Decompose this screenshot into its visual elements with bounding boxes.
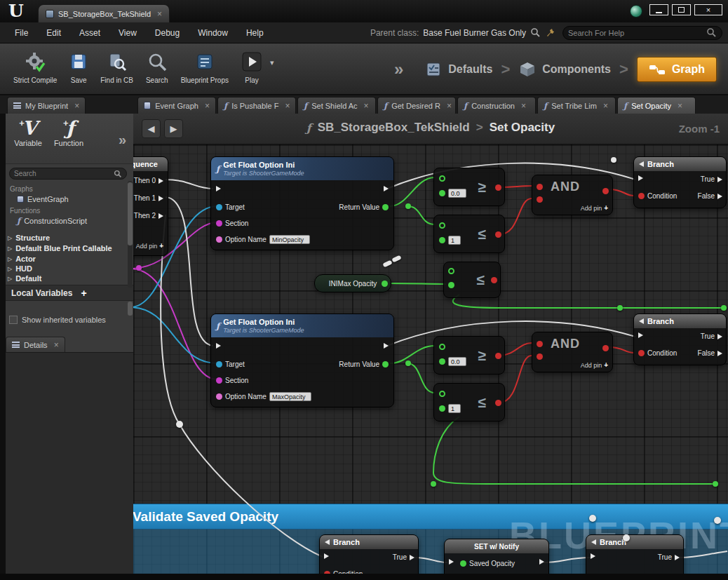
tab-set-opacity[interactable]: ƒ Set Opacity ×	[617, 97, 696, 114]
expand-icon[interactable]: ▷	[8, 266, 12, 272]
scrollbar-thumb[interactable]	[128, 182, 133, 245]
node-get-float-option-ini-max[interactable]: ƒ Get Float Option Ini Target is Shooter…	[210, 313, 394, 407]
exec-pin-icon[interactable]	[638, 175, 643, 181]
exec-out-pin[interactable]	[384, 186, 389, 191]
add-pin-button[interactable]: Add pin+	[581, 361, 608, 369]
float-pin-icon[interactable]	[439, 391, 445, 397]
string-pin-icon[interactable]	[216, 220, 222, 227]
string-pin-icon[interactable]	[216, 377, 222, 384]
bool-pin-icon[interactable]	[602, 188, 609, 194]
exec-pin-icon[interactable]	[159, 178, 163, 184]
exec-pin-icon[interactable]	[449, 559, 454, 565]
node-greater-equal-max[interactable]: ≥	[433, 336, 505, 375]
exec-pin-icon[interactable]	[384, 343, 389, 349]
help-search-input[interactable]	[568, 29, 706, 37]
reroute-node[interactable]	[176, 421, 183, 428]
pin-then0[interactable]: Then 0	[134, 177, 163, 184]
menu-debug[interactable]: Debug	[146, 28, 189, 38]
float-pin-icon[interactable]	[439, 190, 445, 196]
blueprint-props-button[interactable]: Blueprint Props	[175, 48, 235, 86]
node-get-float-option-ini-min[interactable]: ƒ Get Float Option Ini Target is Shooter…	[210, 156, 394, 250]
pin-section[interactable]: Section	[216, 220, 248, 227]
compile-button[interactable]: Strict Compile	[7, 48, 63, 86]
node-greater-equal-min[interactable]: ≥	[433, 168, 505, 206]
exec-pin-icon[interactable]	[539, 559, 544, 565]
option-name-input[interactable]	[269, 235, 310, 244]
mode-components[interactable]: Components	[518, 61, 611, 78]
close-icon[interactable]: ×	[678, 101, 682, 111]
pin-target[interactable]: Target	[216, 203, 245, 211]
bool-pin-icon[interactable]	[537, 196, 543, 203]
exec-pin-icon[interactable]	[410, 555, 414, 560]
exec-pin-icon[interactable]	[638, 332, 643, 338]
float-pin-icon[interactable]	[382, 361, 389, 367]
bool-pin-icon[interactable]	[602, 345, 609, 351]
reroute-node[interactable]	[589, 515, 596, 522]
exec-in-pin[interactable]	[324, 553, 329, 559]
bool-pin-icon[interactable]	[495, 184, 501, 191]
bool-pin-icon[interactable]	[638, 350, 645, 356]
tree-category-default[interactable]: ▷ Default	[8, 274, 41, 283]
float-pin-icon[interactable]	[439, 358, 445, 365]
exec-in-pin[interactable]	[638, 332, 643, 338]
value-input[interactable]	[448, 236, 461, 245]
maximize-button[interactable]	[672, 4, 691, 15]
close-icon[interactable]: ×	[157, 9, 162, 19]
tree-category-actor[interactable]: ▷ Actor	[8, 254, 36, 264]
float-pin-icon[interactable]	[439, 175, 445, 182]
tab-my-blueprint[interactable]: My Blueprint ×	[7, 97, 86, 114]
reroute-node[interactable]	[714, 517, 721, 524]
pin-condition[interactable]: Condition	[638, 192, 677, 200]
expand-icon[interactable]: ▷	[8, 276, 12, 282]
node-branch-bottom[interactable]: Branch True Condition False	[633, 313, 727, 365]
play-button[interactable]: Play	[235, 48, 269, 86]
bool-pin-icon[interactable]	[491, 277, 497, 283]
value-input[interactable]	[448, 404, 461, 413]
float-pin-icon[interactable]	[448, 268, 454, 274]
exec-in-pin[interactable]	[216, 343, 221, 349]
bool-pin-icon[interactable]	[537, 353, 543, 360]
mode-graph[interactable]: Graph	[637, 57, 717, 82]
tree-category-hud[interactable]: ▷ HUD	[8, 264, 32, 274]
expand-icon[interactable]: ▷	[8, 235, 12, 241]
bool-pin-icon[interactable]	[495, 231, 501, 238]
show-inherited-checkbox[interactable]	[9, 316, 18, 324]
close-icon[interactable]: ×	[603, 101, 608, 111]
nav-back-button[interactable]: ◀	[142, 119, 161, 138]
reroute-node[interactable]	[617, 305, 623, 311]
graph-canvas[interactable]: Validate Saved Opacity BLUEPRINT	[133, 144, 728, 574]
exec-pin-icon[interactable]	[717, 177, 722, 182]
close-icon[interactable]: ×	[364, 101, 369, 111]
mode-defaults[interactable]: Defaults	[426, 62, 492, 77]
float-pin-icon[interactable]	[439, 405, 445, 412]
nav-forward-button[interactable]: ▶	[164, 119, 183, 138]
name-pin-icon[interactable]	[216, 236, 222, 243]
add-pin-button[interactable]: Add pin+	[136, 242, 163, 250]
overflow-chevrons-icon[interactable]: »	[394, 60, 403, 79]
tree-item-constructionscript[interactable]: ƒ ConstructionScript	[17, 216, 87, 226]
reroute-node[interactable]	[713, 481, 718, 487]
tab-get-desired[interactable]: ƒ Get Desired R ×	[377, 97, 456, 114]
pin-target[interactable]: Target	[216, 360, 245, 368]
pin-then1[interactable]: Then 1	[134, 194, 163, 202]
bool-pin-icon[interactable]	[537, 341, 543, 347]
float-pin-icon[interactable]	[448, 282, 454, 288]
option-name-input[interactable]	[269, 392, 311, 401]
node-inimax-opacity[interactable]: INIMax Opacity	[314, 274, 391, 292]
overflow-chevrons-icon[interactable]: »	[119, 132, 126, 148]
expand-icon[interactable]: ▷	[8, 256, 12, 262]
exec-pin-icon[interactable]	[159, 213, 163, 219]
pin-then2[interactable]: Then 2	[134, 212, 163, 220]
menu-asset[interactable]: Asset	[70, 28, 109, 38]
exec-pin-icon[interactable]	[384, 186, 389, 191]
value-pin[interactable]	[439, 404, 461, 413]
tab-details[interactable]: Details ×	[6, 337, 65, 352]
asset-document-tab[interactable]: SB_StorageBox_TekShield ×	[38, 4, 170, 22]
exec-pin-icon[interactable]	[675, 555, 680, 560]
wrench-icon[interactable]	[545, 27, 555, 38]
reroute-node[interactable]	[611, 157, 616, 163]
float-pin-icon[interactable]	[439, 222, 445, 229]
close-icon[interactable]: ×	[74, 101, 79, 111]
bool-pin-icon[interactable]	[495, 400, 501, 406]
pin-true[interactable]: True	[701, 332, 722, 340]
